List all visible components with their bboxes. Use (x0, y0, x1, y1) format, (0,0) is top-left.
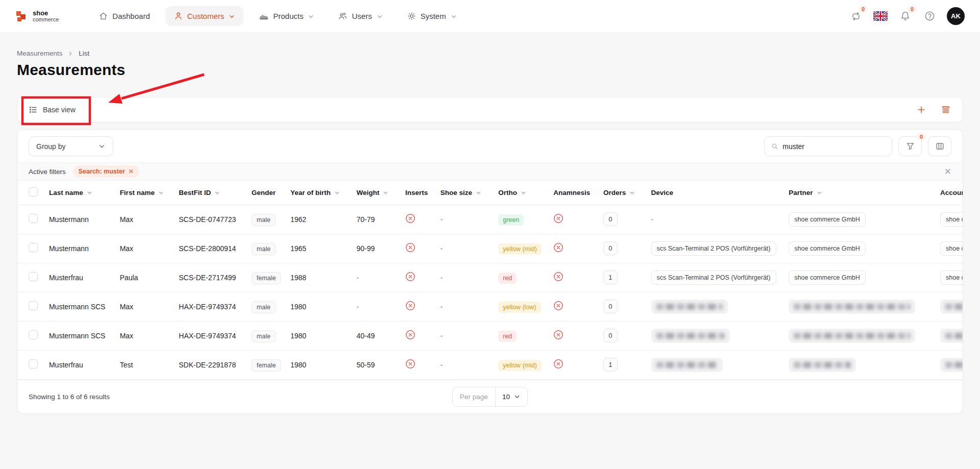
nav-item-dashboard[interactable]: Dashboard (90, 6, 158, 26)
sort-chevron-icon (475, 189, 482, 196)
orders-badge: 0 (603, 212, 618, 226)
sort-chevron-icon (382, 189, 389, 196)
row-checkbox[interactable] (29, 330, 38, 339)
gear-icon (407, 11, 416, 21)
circle-x-icon (405, 359, 415, 369)
nav-item-customers[interactable]: Customers (165, 6, 244, 26)
chevron-down-icon (450, 13, 457, 20)
circle-x-icon (405, 301, 415, 311)
sort-chevron-icon (334, 189, 340, 196)
table-row[interactable]: Mustermann Max SCS-DE-2800914 male 1965 … (17, 234, 963, 263)
sync-badge: 0 (858, 5, 868, 13)
close-filters-icon[interactable]: ✕ (944, 167, 951, 176)
select-all-checkbox[interactable] (29, 187, 38, 196)
group-by-select[interactable]: Group by (29, 136, 113, 156)
nav-item-products[interactable]: Products (251, 6, 323, 27)
funnel-icon (905, 141, 915, 151)
account-chip: shoe commerce GmbH (940, 212, 963, 227)
circle-x-icon (405, 213, 415, 224)
per-page-select[interactable]: 10 (496, 387, 527, 406)
nav-label: System (421, 12, 446, 20)
col-orders[interactable]: Orders (603, 181, 651, 205)
col-ortho[interactable]: Ortho (498, 181, 553, 205)
col-weight[interactable]: Weight (356, 181, 405, 205)
col-first-name[interactable]: First name (120, 181, 179, 205)
col-bestfit-id[interactable]: BestFit ID (179, 181, 252, 205)
col-gender: Gender (252, 181, 290, 205)
ortho-badge: yellow (mid) (498, 243, 542, 255)
account-chip: shoe commerce GmbH (940, 270, 963, 285)
col-year-of-birth[interactable]: Year of birth (290, 181, 357, 205)
nav-label: Products (273, 12, 303, 20)
breadcrumb-measurements[interactable]: Measurements (17, 50, 62, 57)
users-icon (338, 11, 348, 21)
filter-button[interactable]: 0 (898, 136, 922, 156)
row-checkbox[interactable] (29, 359, 38, 368)
row-checkbox[interactable] (29, 214, 38, 223)
avatar[interactable]: AK (947, 7, 965, 25)
table-row[interactable]: Mustermann SCS Max HAX-DE-9749374 male 1… (17, 321, 963, 350)
list-view-icon (29, 105, 38, 114)
circle-x-icon (405, 330, 415, 340)
chevron-down-icon (513, 393, 521, 400)
circle-x-icon (553, 242, 564, 253)
measurements-table: Last name First name BestFit ID Gender Y… (17, 181, 963, 380)
device-chip: scs Scan-Terminal 2 POS (Vorführgerät) (651, 241, 776, 256)
per-page-label: Per page (453, 387, 496, 406)
manage-views-button[interactable] (940, 104, 951, 115)
orders-badge: 0 (603, 300, 618, 313)
row-checkbox[interactable] (29, 301, 38, 310)
columns-button[interactable] (928, 136, 951, 156)
col-inserts: Inserts (405, 181, 440, 205)
table-row[interactable]: Musterfrau Test SDK-DE-2291878 female 19… (17, 350, 963, 379)
breadcrumb-list[interactable]: List (79, 50, 89, 57)
app-logo[interactable]: shoe commerce (15, 10, 59, 23)
row-checkbox[interactable] (29, 272, 38, 281)
nav-item-system[interactable]: System (399, 6, 465, 26)
col-anamnesis: Anamnesis (553, 181, 603, 205)
nav-item-users[interactable]: Users (330, 6, 391, 26)
sync-button[interactable]: 0 (849, 9, 863, 23)
blurred-device-chip (651, 300, 728, 314)
table-row[interactable]: Musterfrau Paula SCS-DE-2717499 female 1… (17, 263, 963, 292)
col-shoe-size[interactable]: Shoe size (440, 181, 498, 205)
col-partner[interactable]: Partner (789, 181, 940, 205)
search-icon (771, 142, 778, 151)
logo-line1: shoe (33, 10, 59, 17)
remove-filter-icon[interactable]: ✕ (129, 168, 134, 175)
add-view-button[interactable] (916, 104, 927, 115)
col-device: Device (651, 181, 789, 205)
sort-chevron-icon (86, 189, 93, 196)
sort-chevron-icon (816, 189, 823, 196)
gender-badge: male (252, 330, 276, 342)
person-icon (174, 11, 183, 21)
partner-chip: shoe commerce GmbH (789, 270, 866, 285)
search-input[interactable] (782, 142, 886, 151)
row-checkbox[interactable] (29, 243, 38, 252)
ortho-badge: green (498, 214, 524, 226)
ortho-badge: yellow (mid) (498, 360, 542, 371)
group-by-label: Group by (36, 142, 66, 151)
table-row[interactable]: Mustermann SCS Max HAX-DE-9749374 male 1… (17, 292, 963, 321)
chevron-down-icon (376, 13, 383, 20)
language-button[interactable] (873, 9, 888, 23)
blurred-partner-chip (789, 358, 856, 372)
plus-icon (916, 105, 926, 115)
help-button[interactable] (922, 9, 937, 23)
sort-chevron-icon (158, 189, 164, 196)
table-scroll-area[interactable]: Last name First name BestFit ID Gender Y… (17, 181, 963, 380)
results-summary: Showing 1 to 6 of 6 results (29, 393, 110, 401)
circle-x-icon (405, 271, 415, 282)
table-footer: Showing 1 to 6 of 6 results Per page 10 (17, 380, 963, 413)
notifications-badge: 0 (907, 5, 917, 13)
ortho-badge: red (498, 331, 517, 342)
notifications-button[interactable]: 0 (898, 9, 912, 23)
blurred-device-chip (651, 329, 730, 343)
base-view-tab[interactable]: Base view (29, 105, 76, 114)
chevron-down-icon (307, 13, 314, 20)
top-navigation: shoe commerce Dashboard Customers Produc… (0, 0, 980, 33)
col-last-name[interactable]: Last name (49, 181, 120, 205)
table-row[interactable]: Mustermann Max SCS-DE-0747723 male 1962 … (17, 205, 963, 234)
filter-chip-search[interactable]: Search: muster ✕ (73, 165, 139, 178)
logo-line2: commerce (33, 17, 59, 23)
